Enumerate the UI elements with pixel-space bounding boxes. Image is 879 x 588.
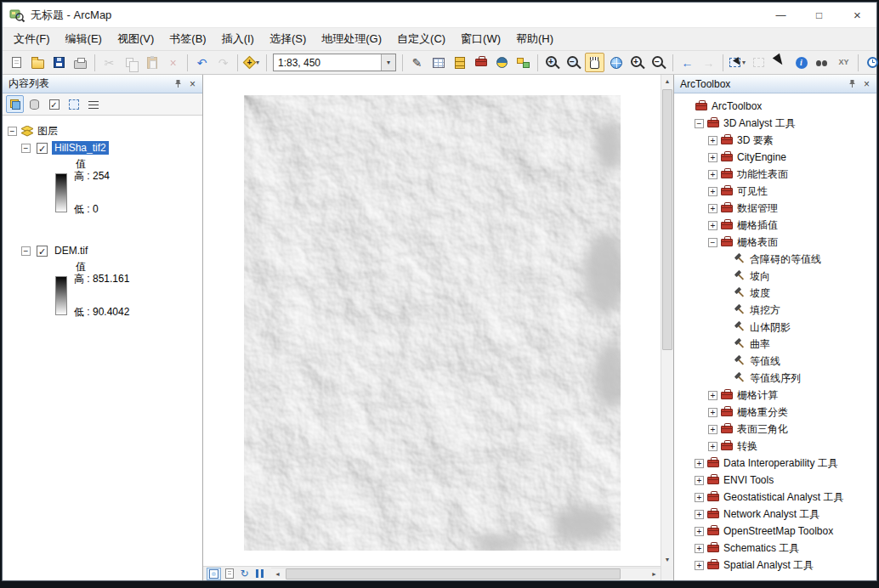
layer-name[interactable]: HillSha_tif2 — [52, 141, 109, 155]
toolbox-node[interactable]: +OpenStreetMap Toolbox — [674, 523, 876, 540]
map-vertical-scrollbar[interactable]: ▲ ▼ — [661, 75, 673, 566]
toolbox-node[interactable]: +可见性 — [674, 183, 876, 200]
collapse-icon[interactable]: − — [695, 119, 704, 128]
expand-icon[interactable]: + — [708, 204, 717, 213]
toolbox-node[interactable]: 坡向 — [674, 268, 876, 285]
toolbox-node[interactable]: +Geostatistical Analyst 工具 — [674, 489, 876, 506]
toolbox-node[interactable]: −栅格表面 — [674, 234, 876, 251]
expand-icon[interactable]: + — [708, 408, 717, 417]
toolbox-node[interactable]: +CityEngine — [674, 149, 876, 166]
expand-icon[interactable]: + — [708, 442, 717, 451]
list-by-drawing-order-button[interactable] — [6, 95, 24, 113]
layer-name[interactable]: DEM.tif — [52, 244, 90, 257]
menu-help[interactable]: 帮助(H) — [508, 28, 561, 50]
delete-button[interactable]: × — [163, 53, 183, 72]
expand-icon[interactable]: + — [695, 561, 704, 570]
editor-toolbar-button[interactable]: ✎ — [407, 53, 427, 72]
toolbox-node[interactable]: 填挖方 — [674, 302, 876, 319]
full-extent-button[interactable] — [606, 53, 626, 72]
scroll-right-icon[interactable]: ► — [648, 568, 661, 580]
expand-icon[interactable]: + — [708, 221, 717, 230]
hscroll-track[interactable] — [284, 568, 648, 580]
expand-icon[interactable]: + — [695, 493, 704, 502]
toolbox-node[interactable]: 山体阴影 — [674, 319, 876, 336]
menu-view[interactable]: 视图(V) — [110, 28, 162, 50]
toolbox-node[interactable]: +Data Interoperability 工具 — [674, 455, 876, 472]
identify-button[interactable] — [791, 53, 811, 72]
expand-icon[interactable]: + — [708, 170, 717, 179]
select-elements-button[interactable] — [770, 53, 790, 72]
map-viewport[interactable] — [203, 75, 661, 566]
open-document-button[interactable] — [28, 53, 48, 72]
map-scale-combo[interactable]: 1:83, 450▾ — [273, 54, 396, 71]
collapse-icon[interactable]: − — [708, 238, 717, 247]
save-document-button[interactable] — [49, 53, 69, 72]
refresh-view-button[interactable]: ↻ — [237, 568, 252, 580]
go-back-to-previous-extent-button[interactable]: ← — [678, 53, 697, 72]
toc-options-button[interactable] — [84, 95, 102, 113]
collapse-icon[interactable]: − — [21, 246, 31, 256]
fixed-zoom-out-button[interactable]: − — [649, 53, 668, 72]
pause-drawing-button[interactable] — [252, 568, 267, 580]
minimize-button[interactable]: — — [762, 3, 800, 28]
data-view-button[interactable] — [207, 568, 221, 580]
toolbox-node[interactable]: +Network Analyst 工具 — [674, 506, 876, 523]
map-horizontal-scrollbar[interactable]: ◄ ► — [271, 568, 661, 580]
layer-row[interactable]: −✓DEM.tif — [3, 242, 202, 259]
python-window-button[interactable] — [492, 53, 512, 72]
fixed-zoom-in-button[interactable]: + — [627, 53, 647, 72]
toolbox-node[interactable]: +功能性表面 — [674, 166, 876, 183]
list-by-visibility-button[interactable] — [45, 95, 63, 113]
go-to-next-extent-button[interactable]: → — [699, 53, 718, 72]
toolbox-node[interactable]: ArcToolbox — [674, 98, 876, 115]
clear-selected-features-button[interactable] — [749, 53, 768, 72]
expand-icon[interactable]: + — [695, 544, 704, 553]
time-slider-button[interactable] — [863, 53, 879, 72]
zoom-in-button[interactable]: + — [542, 53, 562, 72]
print-button[interactable] — [71, 53, 90, 72]
hscroll-thumb[interactable] — [286, 568, 621, 580]
toc-close-icon[interactable]: × — [185, 76, 200, 91]
layer-visibility-checkbox[interactable]: ✓ — [37, 246, 48, 257]
find-button[interactable] — [813, 53, 832, 72]
list-by-source-button[interactable] — [26, 95, 43, 113]
toolbox-node[interactable]: +ENVI Tools — [674, 472, 876, 489]
menu-bookmarks[interactable]: 书签(B) — [162, 28, 213, 50]
expand-icon[interactable]: + — [695, 527, 704, 536]
hillshade-raster[interactable] — [244, 95, 621, 551]
redo-button[interactable]: ↷ — [213, 53, 233, 72]
arctoolbox-window-button[interactable] — [471, 53, 491, 72]
catalog-window-button[interactable] — [450, 53, 469, 72]
menu-customize[interactable]: 自定义(C) — [389, 28, 453, 50]
menu-selection[interactable]: 选择(S) — [262, 28, 314, 50]
toolbox-node[interactable]: +转换 — [674, 438, 876, 455]
scroll-up-icon[interactable]: ▲ — [661, 75, 673, 88]
toolbox-node[interactable]: +Spatial Analyst 工具 — [674, 557, 876, 574]
expand-icon[interactable]: + — [708, 136, 717, 145]
menu-insert[interactable]: 插入(I) — [214, 28, 262, 50]
vscroll-track[interactable] — [661, 88, 673, 553]
maximize-button[interactable]: □ — [800, 3, 838, 28]
new-document-button[interactable] — [7, 53, 26, 72]
toolbox-node[interactable]: 坡度 — [674, 285, 876, 302]
expand-icon[interactable]: + — [708, 425, 717, 434]
undo-button[interactable]: ↶ — [192, 53, 212, 72]
collapse-icon[interactable]: − — [8, 127, 17, 136]
toolbox-node[interactable]: +3D 要素 — [674, 132, 876, 149]
expand-icon[interactable]: + — [695, 476, 704, 485]
toolbox-node[interactable]: +表面三角化 — [674, 421, 876, 438]
collapse-icon[interactable]: − — [21, 144, 31, 153]
table-of-contents-window-button[interactable] — [428, 53, 448, 72]
layer-row[interactable]: −✓HillSha_tif2 — [3, 139, 202, 156]
close-button[interactable]: × — [838, 3, 876, 28]
toolbox-node[interactable]: +Schematics 工具 — [674, 540, 876, 557]
vscroll-thumb[interactable] — [662, 89, 672, 350]
toolbox-node[interactable]: 等值线序列 — [674, 370, 876, 387]
arctoolbox-close-icon[interactable]: × — [859, 76, 874, 91]
layout-view-button[interactable] — [222, 568, 236, 580]
expand-icon[interactable]: + — [708, 391, 717, 400]
add-data-button[interactable]: ▾ — [242, 53, 262, 72]
modelbuilder-window-button[interactable] — [513, 53, 533, 72]
toolbox-node[interactable]: +数据管理 — [674, 200, 876, 217]
arctoolbox-pin-icon[interactable] — [845, 76, 859, 91]
